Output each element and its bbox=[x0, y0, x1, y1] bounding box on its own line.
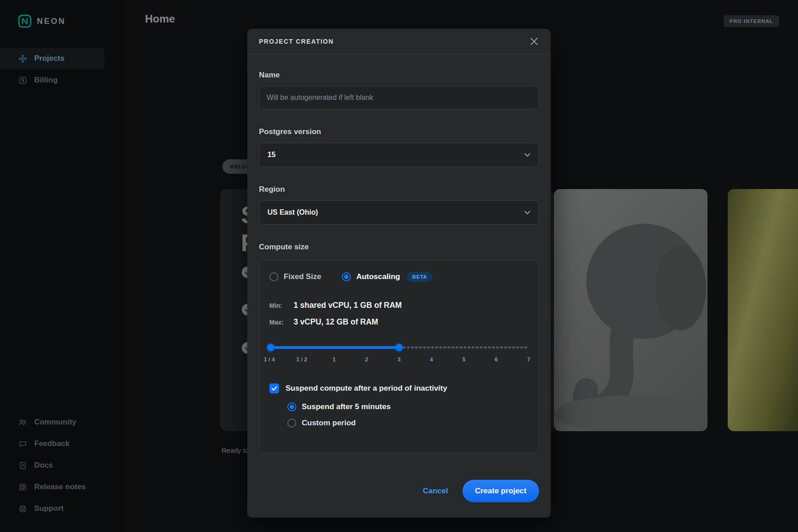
radio-unchecked-icon bbox=[269, 272, 278, 281]
modal-footer: Cancel Create project bbox=[247, 480, 551, 518]
modal-title: PROJECT CREATION bbox=[259, 38, 334, 45]
project-name-input[interactable] bbox=[259, 86, 539, 109]
region-label: Region bbox=[259, 185, 539, 194]
compute-size-label: Compute size bbox=[259, 243, 539, 252]
custom-period-radio[interactable]: Custom period bbox=[287, 419, 529, 428]
tick-label: 7 bbox=[527, 356, 530, 363]
slider-tick-labels: 1 / 4 1 / 2 1 2 3 4 5 6 7 bbox=[269, 356, 529, 364]
slider-handle-max[interactable] bbox=[395, 344, 403, 351]
postgres-version-value: 15 bbox=[268, 151, 276, 159]
create-project-button[interactable]: Create project bbox=[462, 480, 539, 502]
suspend-option-label: Custom period bbox=[302, 419, 356, 428]
postgres-version-select[interactable]: 15 bbox=[259, 143, 539, 167]
region-select[interactable]: US East (Ohio) bbox=[259, 200, 539, 225]
name-label: Name bbox=[259, 71, 539, 80]
suspend-option-label: Suspend after 5 minutes bbox=[302, 402, 390, 411]
radio-unchecked-icon bbox=[287, 419, 296, 428]
autoscaling-label: Autoscaling bbox=[356, 272, 400, 281]
tick-label: 3 bbox=[398, 356, 401, 363]
compute-mode-radios: Fixed Size Autoscaling BETA bbox=[269, 272, 529, 282]
radio-checked-icon bbox=[287, 402, 296, 411]
radio-checked-icon bbox=[342, 272, 351, 281]
region-value: US East (Ohio) bbox=[268, 208, 318, 216]
modal-body: Name Postgres version 15 Region US East … bbox=[247, 71, 551, 453]
tick-label: 1 / 4 bbox=[264, 356, 275, 363]
beta-badge: BETA bbox=[407, 272, 432, 282]
max-value: 3 vCPU, 12 GB of RAM bbox=[294, 317, 378, 327]
autoscaling-radio[interactable]: Autoscaling BETA bbox=[342, 272, 432, 282]
suspend-after-5-minutes-radio[interactable]: Suspend after 5 minutes bbox=[287, 402, 529, 411]
chevron-down-icon bbox=[524, 153, 530, 157]
min-value: 1 shared vCPU, 1 GB of RAM bbox=[294, 301, 402, 310]
cancel-button[interactable]: Cancel bbox=[423, 487, 448, 496]
suspend-label: Suspend compute after a period of inacti… bbox=[286, 384, 447, 393]
fixed-size-label: Fixed Size bbox=[284, 272, 321, 281]
project-creation-modal: PROJECT CREATION Name Postgres version 1… bbox=[247, 29, 551, 518]
min-spec-row: Min: 1 shared vCPU, 1 GB of RAM bbox=[269, 301, 529, 310]
tick-label: 4 bbox=[430, 356, 433, 363]
postgres-version-label: Postgres version bbox=[259, 127, 539, 136]
suspend-compute-checkbox[interactable]: Suspend compute after a period of inacti… bbox=[269, 383, 529, 393]
tick-label: 1 / 2 bbox=[296, 356, 307, 363]
slider-fill bbox=[269, 346, 399, 349]
tick-label: 5 bbox=[462, 356, 466, 363]
tick-label: 1 bbox=[333, 356, 336, 363]
tick-label: 2 bbox=[365, 356, 368, 363]
compute-size-panel: Fixed Size Autoscaling BETA Min: 1 share… bbox=[259, 260, 539, 453]
tick-label: 6 bbox=[495, 356, 498, 363]
compute-range-slider[interactable] bbox=[269, 344, 529, 351]
max-spec-row: Max: 3 vCPU, 12 GB of RAM bbox=[269, 317, 529, 327]
modal-header: PROJECT CREATION bbox=[247, 29, 551, 54]
min-label: Min: bbox=[269, 302, 287, 309]
close-icon[interactable] bbox=[529, 36, 539, 46]
checkbox-checked-icon bbox=[269, 383, 279, 393]
slider-handle-min[interactable] bbox=[267, 344, 274, 351]
max-label: Max: bbox=[269, 319, 287, 326]
suspend-options: Suspend after 5 minutes Custom period bbox=[287, 402, 529, 428]
chevron-down-icon bbox=[524, 211, 530, 215]
fixed-size-radio[interactable]: Fixed Size bbox=[269, 272, 321, 281]
